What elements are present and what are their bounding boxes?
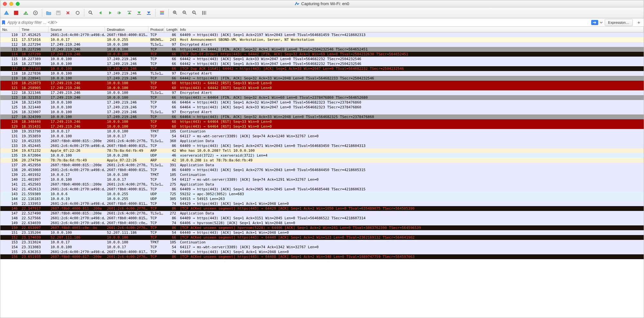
column-header-source[interactable]: Source xyxy=(49,27,105,32)
packet-row[interactable]: 12218.32134617.249.219.24610.0.0.100TLSv… xyxy=(0,90,644,95)
packet-row[interactable]: 12418.32143910.0.0.10017.249.219.246TCP6… xyxy=(0,100,644,105)
packet-row[interactable]: 14321.55938910.0.0.610.0.0.255UDP7255923… xyxy=(0,192,644,196)
packet-row[interactable]: 15123.13520410.0.0.10052.207.111.186TCP5… xyxy=(0,230,644,235)
restart-capture-button[interactable] xyxy=(22,9,30,17)
zoom-out-button[interactable] xyxy=(181,9,189,17)
packet-row[interactable]: 12018.25207317.249.219.24610.0.0.100TCP6… xyxy=(0,81,644,86)
packet-row[interactable]: 11117.57101610.0.0.1710.0.0.255BROWS…243… xyxy=(0,37,644,42)
start-capture-button[interactable] xyxy=(2,9,11,17)
svg-rect-4 xyxy=(57,11,60,13)
packet-time: 18.321353 xyxy=(20,95,49,100)
minimize-window-button[interactable] xyxy=(9,2,13,6)
close-file-button[interactable] xyxy=(64,9,72,17)
expression-button[interactable]: Expression… xyxy=(605,19,633,26)
packet-row[interactable]: 11518.22738910.0.0.10017.249.219.246TCP6… xyxy=(0,57,644,61)
zoom-reset-button[interactable]: 1 xyxy=(190,9,199,17)
go-to-last-button[interactable] xyxy=(135,9,143,17)
close-window-button[interactable] xyxy=(3,2,7,6)
packet-row[interactable]: 14822.5275662601:2c6:4c00:2f70:a498:d…26… xyxy=(0,216,644,221)
go-forward-button[interactable] xyxy=(106,9,114,17)
packet-row[interactable]: 11418.22729917.249.219.24610.0.0.100TCP6… xyxy=(0,52,644,57)
column-header-info[interactable]: Info xyxy=(178,27,644,32)
reload-button[interactable] xyxy=(73,9,82,17)
add-filter-button[interactable]: + xyxy=(635,19,642,26)
bookmark-icon[interactable] xyxy=(2,20,5,25)
go-back-button[interactable] xyxy=(96,9,105,17)
packet-row[interactable]: 12118.25890517.249.219.24610.0.0.100TCP6… xyxy=(0,86,644,90)
packet-row[interactable]: 13119.35385910.0.0.10010.0.0.17TCP546411… xyxy=(0,134,644,139)
packet-row[interactable]: 15223.17403952.207.111.18610.0.0.100TCP6… xyxy=(0,235,644,240)
column-header-no[interactable]: No. xyxy=(0,27,20,32)
packet-row[interactable]: 15523.6363532601:2c6:4c00:2f70:a498:d…26… xyxy=(0,250,644,254)
packet-row[interactable]: 13219.4523352607:f8b0:4000:815::200e2601… xyxy=(0,139,644,143)
packet-row[interactable]: 14922.6340392601:2c6:4c00:2f70:a498:d…26… xyxy=(0,221,644,225)
packet-row[interactable]: 13019.35379010.0.0.1710.0.0.100TPKT105Co… xyxy=(0,129,644,134)
stop-capture-button[interactable] xyxy=(12,9,20,17)
colorize-button[interactable] xyxy=(158,9,166,17)
packet-row[interactable]: 14422.11618310.0.0.1910.0.0.255UDP305549… xyxy=(0,196,644,201)
packet-row[interactable]: 13921.40193210.0.0.1710.0.0.100TPKT105Co… xyxy=(0,172,644,177)
packet-row[interactable]: 15623.6519352607:f8b0:4000:817::200e2601… xyxy=(0,254,644,259)
column-header-time[interactable]: Time xyxy=(20,27,49,32)
display-filter-input[interactable] xyxy=(6,20,590,25)
packet-row[interactable]: 12918.35143117.249.219.24610.0.0.100TCP6… xyxy=(0,124,644,129)
packet-length: 60 xyxy=(165,81,178,86)
svg-rect-20 xyxy=(205,11,206,15)
packet-info: 64117 → ms-wbt-server(3389) [ACK] Seq=74… xyxy=(178,245,644,250)
packet-protocol: TCP xyxy=(148,221,165,225)
svg-rect-18 xyxy=(202,11,203,15)
packet-time: 22.527490 xyxy=(20,211,49,216)
packet-list[interactable]: 11017.4526252601:2c6:4c00:2f70:a498:d…26… xyxy=(0,32,644,318)
packet-row[interactable]: 11218.22729417.249.219.24610.0.0.100TLSv… xyxy=(0,42,644,47)
packet-protocol: TCP xyxy=(148,134,165,139)
packet-row[interactable]: 14121.4525032607:f8b0:4000:815::200e2601… xyxy=(0,182,644,187)
auto-scroll-button[interactable] xyxy=(145,9,153,17)
packet-info: 64409 → https(443) [ACK] Seq=1 Ack=2965 … xyxy=(178,187,644,192)
packet-source: 10.0.0.19 xyxy=(49,196,105,201)
packet-row[interactable]: 13720.4529502607:f8b0:4000:815::200e2601… xyxy=(0,163,644,168)
packet-no: 125 xyxy=(0,105,20,110)
packet-row[interactable]: 14221.4526132601:2c6:4c00:2f70:a498:d…26… xyxy=(0,187,644,192)
packet-row[interactable]: 13820.4530602601:2c6:4c00:2f70:a498:d…26… xyxy=(0,168,644,172)
packet-row[interactable]: 11818.22783610.0.0.10017.249.219.246TLSv… xyxy=(0,71,644,76)
main-toolbar: 1 xyxy=(0,7,644,18)
packet-row[interactable]: 11017.4526252601:2c6:4c00:2f70:a498:d…26… xyxy=(0,32,644,37)
apply-filter-button[interactable] xyxy=(591,20,598,25)
filter-history-dropdown[interactable] xyxy=(599,20,603,25)
resize-columns-button[interactable] xyxy=(200,9,208,17)
packet-row[interactable]: 15022.6530972607:f8b0:4003:c0e::bc2601:2… xyxy=(0,225,644,230)
packet-row[interactable]: 13519.67200410.0.0.10010.0.0.208UDP46xse… xyxy=(0,153,644,158)
packet-source: 17.249.219.246 xyxy=(49,119,105,124)
maximize-window-button[interactable] xyxy=(16,2,20,6)
packet-row[interactable]: 12518.32144010.0.0.10017.249.219.246TCP6… xyxy=(0,105,644,110)
save-file-button[interactable] xyxy=(54,9,62,17)
column-header-destination[interactable]: Destination xyxy=(105,27,148,32)
column-header-protocol[interactable]: Protocol xyxy=(148,27,165,32)
packet-row[interactable]: 11318.22729817.249.219.24610.0.0.100TCP6… xyxy=(0,47,644,52)
zoom-in-button[interactable] xyxy=(171,9,179,17)
packet-row[interactable]: 14522.1339532601:2c6:4c00:2f70:a498:d…26… xyxy=(0,201,644,206)
packet-row[interactable]: 13419.671232Apple_07:22:2678:7b:8a:6d:fb… xyxy=(0,148,644,153)
find-packet-button[interactable] xyxy=(87,9,95,17)
packet-row[interactable]: 11918.22894110.0.0.10017.249.219.246TCP6… xyxy=(0,76,644,81)
packet-row[interactable]: 12818.34844017.249.219.24610.0.0.100TCP6… xyxy=(0,119,644,124)
capture-options-button[interactable] xyxy=(31,9,40,17)
packet-row[interactable]: 14722.5274902607:f8b0:4000:815::200e2601… xyxy=(0,211,644,216)
packet-source: 10.0.0.100 xyxy=(49,66,105,71)
column-header-length[interactable]: Length xyxy=(165,27,178,32)
go-to-packet-button[interactable] xyxy=(116,9,124,17)
packet-row[interactable]: 14021.40199710.0.0.10010.0.0.17TCP546411… xyxy=(0,177,644,182)
open-file-button[interactable] xyxy=(44,9,53,17)
packet-row[interactable]: 13319.4524452601:2c6:4c00:2f70:a498:d…26… xyxy=(0,143,644,148)
packet-row[interactable]: 12718.32439910.0.0.10017.249.219.246TCP6… xyxy=(0,114,644,119)
packet-row[interactable]: 15323.31302410.0.0.1710.0.0.100TPKT105Co… xyxy=(0,240,644,245)
packet-row[interactable]: 14622.1479172607:f8b0:4000:811::200a2601… xyxy=(0,206,644,211)
packet-row[interactable]: 15423.31308310.0.0.10010.0.0.17TCP546411… xyxy=(0,245,644,250)
packet-row[interactable]: 11618.22738910.0.0.10017.249.219.246TCP6… xyxy=(0,61,644,66)
packet-row[interactable]: 13620.27479478:7b:8a:6d:fb:49Apple_07:22… xyxy=(0,158,644,163)
packet-row[interactable]: 12618.32300710.0.0.10017.249.219.246TLSv… xyxy=(0,110,644,114)
toolbar-separator xyxy=(42,9,42,17)
packet-row[interactable]: 12318.32135317.249.219.24610.0.0.100TCP6… xyxy=(0,95,644,100)
packet-row[interactable]: 11718.22738910.0.0.10017.249.219.246TCP6… xyxy=(0,66,644,71)
go-to-first-button[interactable] xyxy=(125,9,134,17)
